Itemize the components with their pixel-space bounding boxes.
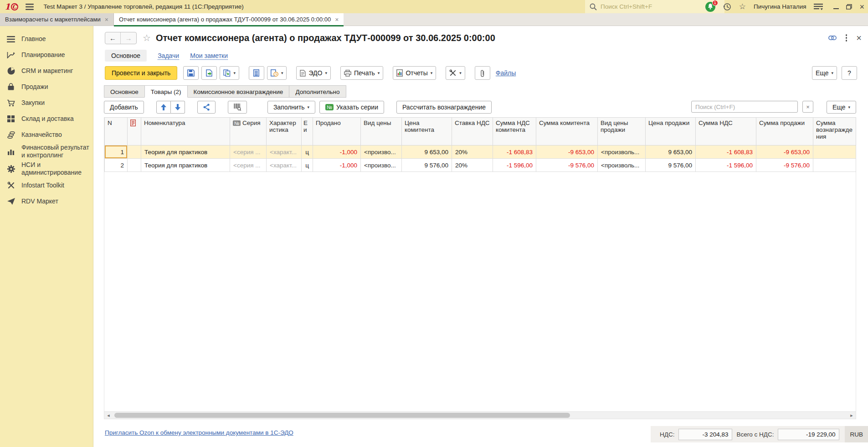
app-tab-report[interactable]: Отчет комиссионера (агента) о продажах Т…	[114, 13, 344, 26]
col-principal-price[interactable]: Цена комитента	[402, 118, 452, 146]
files-link[interactable]: Файлы	[496, 69, 516, 77]
col-nomenclature[interactable]: Номенклатура	[141, 118, 230, 146]
sidebar-item-rdv[interactable]: RDV Маркет	[0, 193, 93, 209]
move-down-button[interactable]	[171, 101, 185, 114]
history-icon[interactable]	[723, 3, 731, 11]
sidebar-item-planning[interactable]: Планирование	[0, 47, 93, 63]
barcode-scan-button[interactable]	[228, 101, 247, 114]
col-vat-rate[interactable]: Ставка НДС	[452, 118, 493, 146]
sidebar-item-admin[interactable]: НСИ и администрирование	[0, 160, 93, 177]
sidebar-item-treasury[interactable]: Казначейство	[0, 127, 93, 143]
col-characteristic[interactable]: Характеристика	[267, 118, 302, 146]
tab-commission[interactable]: Комиссионное вознаграждение	[188, 85, 289, 98]
app-tab-settlements[interactable]: Взаиморасчеты с маркетплейсами ×	[0, 13, 114, 26]
col-sale-vat[interactable]: Сумма НДС	[696, 118, 756, 146]
arrow-down-icon	[175, 104, 180, 110]
favorite-star-icon[interactable]: ☆	[143, 32, 151, 43]
edo-button[interactable]: ЭДО▾	[296, 66, 331, 80]
app-tabbar: Взаиморасчеты с маркетплейсами × Отчет к…	[0, 13, 868, 26]
horizontal-scrollbar[interactable]: ◄ ►	[104, 411, 856, 419]
document-log-button[interactable]: ▾	[267, 66, 287, 80]
col-sale-sum[interactable]: Сумма продажи	[756, 118, 813, 146]
clear-search-button[interactable]: ×	[802, 101, 813, 113]
col-sale-price-kind[interactable]: Вид цены продажи	[598, 118, 646, 146]
move-up-button[interactable]	[156, 101, 171, 114]
pie-chart-icon	[6, 67, 15, 75]
dropdown-caret: ▾	[233, 71, 236, 75]
col-n[interactable]: N	[105, 118, 128, 146]
close-window-button[interactable]: ×	[859, 3, 864, 11]
calc-reward-button[interactable]: Рассчитать вознаграждение	[396, 101, 492, 114]
more-actions-icon[interactable]	[846, 34, 847, 42]
favorites-icon[interactable]: ☆	[739, 3, 746, 10]
col-principal-sum[interactable]: Сумма комитента	[536, 118, 598, 146]
attachments-button[interactable]	[475, 66, 490, 80]
navlink-main[interactable]: Основное	[105, 50, 147, 62]
grid-boxes-icon	[6, 115, 15, 122]
col-series[interactable]: № Серия	[230, 118, 267, 146]
close-form-icon[interactable]: ×	[856, 33, 862, 42]
print-button[interactable]: Печать▾	[340, 66, 383, 80]
global-search[interactable]	[585, 0, 724, 13]
col-price-kind[interactable]: Вид цены	[361, 118, 402, 146]
sidebar-item-infostart[interactable]: Infostart Toolkit	[0, 177, 93, 193]
col-reward[interactable]: Сумма вознаграждения	[813, 118, 856, 146]
close-tab-icon[interactable]: ×	[105, 16, 108, 23]
navlink-tasks[interactable]: Задачи	[158, 52, 179, 59]
total-with-vat-field: -19 229,00	[778, 429, 839, 440]
share-structure-icon	[203, 104, 210, 111]
table-more-button[interactable]: Еще▾	[827, 101, 856, 114]
more-button[interactable]: Еще▾	[812, 66, 837, 80]
col-principal-vat[interactable]: Сумма НДС комитента	[493, 118, 536, 146]
col-unit[interactable]: Е и	[302, 118, 313, 146]
table-row[interactable]: 2 Теория для практиков <серия ... <харак…	[105, 159, 856, 172]
set-series-button[interactable]: №Указать серии	[319, 101, 384, 114]
col-sold[interactable]: Продано	[313, 118, 361, 146]
tab-additional[interactable]: Дополнительно	[289, 85, 346, 98]
post-document-button[interactable]	[201, 66, 217, 80]
table-search-input[interactable]	[691, 101, 798, 113]
navlink-notes[interactable]: Мои заметки	[190, 52, 228, 59]
post-and-close-button[interactable]: Провести и закрыть	[105, 66, 177, 80]
section-panel: Главное Планирование CRM и маркетинг Про…	[0, 26, 93, 447]
global-search-input[interactable]	[601, 3, 714, 10]
sidebar-item-main[interactable]: Главное	[0, 31, 93, 47]
structure-button[interactable]	[197, 101, 216, 114]
col-doc-icon[interactable]	[128, 118, 141, 146]
reports-button[interactable]: Отчеты▾	[393, 66, 436, 80]
sidebar-item-crm[interactable]: CRM и маркетинг	[0, 63, 93, 79]
current-user[interactable]: Пичугина Наталия	[754, 3, 806, 10]
sidebar-item-warehouse[interactable]: Склад и доставка	[0, 111, 93, 127]
sidebar-item-purchases[interactable]: Закупки	[0, 95, 93, 111]
invite-ozon-link[interactable]: Пригласить Ozon к обмену электронными до…	[105, 429, 293, 436]
help-button[interactable]: ?	[842, 66, 857, 80]
create-based-on-button[interactable]: ▾	[220, 66, 239, 80]
nav-back-button[interactable]: ←	[105, 32, 121, 44]
minimize-button[interactable]	[833, 5, 839, 9]
vat-total-field: -3 204,83	[678, 429, 732, 440]
add-row-button[interactable]: Добавить	[104, 101, 144, 114]
sidebar-item-sales[interactable]: Продажи	[0, 79, 93, 95]
tab-goods[interactable]: Товары (2)	[144, 85, 188, 98]
fill-button[interactable]: Заполнить▾	[267, 101, 315, 114]
service-tools-button[interactable]: ▾	[446, 66, 465, 80]
notifications-button[interactable]: 1	[705, 2, 715, 12]
scroll-left-arrow[interactable]: ◄	[104, 413, 113, 418]
scrollbar-thumb[interactable]	[114, 413, 570, 418]
currency-label: RUB	[845, 426, 868, 442]
report-icon	[396, 69, 403, 77]
main-menu-button[interactable]	[26, 4, 34, 10]
sidebar-item-finance[interactable]: Финансовый результат и контроллинг	[0, 143, 93, 160]
close-tab-icon[interactable]: ×	[335, 16, 339, 23]
get-link-icon[interactable]	[828, 36, 837, 40]
scroll-right-arrow[interactable]: ►	[847, 413, 856, 418]
table-row[interactable]: 1 Теория для практиков <серия ... <харак…	[105, 146, 856, 159]
user-menu-icon[interactable]	[814, 3, 823, 10]
table-header-row: N Номенклатура № Серия Характеристика Е …	[105, 118, 856, 146]
col-sale-price[interactable]: Цена продажи	[646, 118, 696, 146]
save-button[interactable]	[183, 66, 199, 80]
restore-button[interactable]	[846, 4, 852, 10]
tab-main[interactable]: Основное	[104, 85, 144, 98]
nav-forward-button[interactable]: →	[121, 32, 136, 44]
show-in-list-button[interactable]	[249, 66, 264, 80]
